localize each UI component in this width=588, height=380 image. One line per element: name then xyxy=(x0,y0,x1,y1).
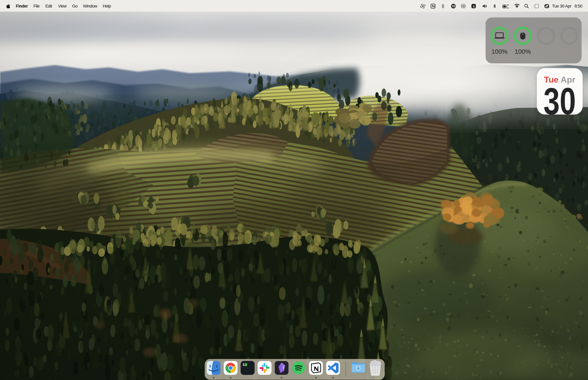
svg-text:$: $ xyxy=(243,363,245,367)
svg-text:100%: 100% xyxy=(492,48,508,55)
svg-text:S: S xyxy=(473,5,475,8)
svg-text:30: 30 xyxy=(543,80,576,114)
svg-text:100%: 100% xyxy=(515,48,531,55)
